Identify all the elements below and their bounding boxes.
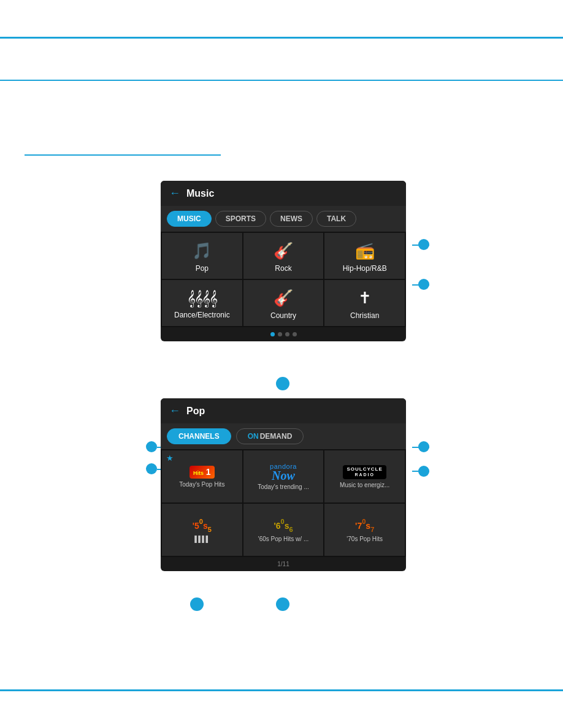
channel-grid: ★ Hits 1 Today's Pop Hits pandora Now To… <box>161 449 406 557</box>
soulcycle-logo: SOULCYCLERADIO <box>343 465 386 480</box>
hiphop-label: Hip-Hop/R&B <box>343 264 387 273</box>
country-label: Country <box>270 311 296 320</box>
connector-line-1 <box>412 245 429 246</box>
tab-music[interactable]: MUSIC <box>167 211 212 227</box>
bottom-underline <box>25 154 221 156</box>
music-screen-header: ← Music <box>161 181 406 206</box>
dance-label: Dance/Electronic <box>174 311 230 319</box>
christian-icon: ✝ <box>358 289 372 308</box>
dance-icon: 𝄞𝄞𝄞𝄞 <box>187 290 216 307</box>
channel-pandora-now[interactable]: pandora Now Today's trending ... <box>243 450 324 502</box>
tab-channels[interactable]: CHANNELS <box>167 428 231 444</box>
callout-dot-left-1 <box>146 441 157 452</box>
on-text: ON <box>248 432 259 441</box>
page-dot-1 <box>270 332 275 336</box>
70s-logo: '70s7 <box>355 518 374 533</box>
channel-50s-bars: ▌▌▌▌ <box>194 536 209 543</box>
rock-label: Rock <box>275 264 291 273</box>
pop-screen-title: Pop <box>186 406 205 417</box>
music-screen-title: Music <box>186 188 214 199</box>
pop-back-arrow-icon[interactable]: ← <box>169 404 180 417</box>
channel-60s-name: '60s Pop Hits w/ ... <box>258 536 309 543</box>
tab-sports[interactable]: SPORTS <box>215 211 266 227</box>
page-dot-3 <box>285 332 289 336</box>
50s-logo: '50s5 <box>193 518 212 533</box>
channel-pop-hits[interactable]: ★ Hits 1 Today's Pop Hits <box>162 450 242 502</box>
page-dot-4 <box>293 332 297 336</box>
music-screen: ← Music MUSIC SPORTS NEWS TALK 🎵 Pop 🎸 R… <box>161 181 406 341</box>
channel-70s[interactable]: '70s7 '70s Pop Hits <box>324 504 405 556</box>
channel-soulcycle[interactable]: SOULCYCLERADIO Music to energiz... <box>324 450 405 502</box>
pagination-label: 1/11 <box>277 561 289 567</box>
callout-dot-mid <box>276 377 289 390</box>
callout-dot-bot-1 <box>190 597 204 611</box>
page-dot-2 <box>278 332 282 336</box>
channel-50s[interactable]: '50s5 ▌▌▌▌ <box>162 504 242 556</box>
second-decorative-line <box>0 80 563 81</box>
pop-pagination: 1/11 <box>161 557 406 571</box>
channel-pandora-name: Today's trending ... <box>258 483 309 491</box>
channel-pop-hits-name: Today's Pop Hits <box>179 481 224 488</box>
tab-news[interactable]: NEWS <box>270 211 313 227</box>
genre-christian[interactable]: ✝ Christian <box>324 280 405 326</box>
pop-screen-header: ← Pop <box>161 398 406 423</box>
country-icon: 🎸 <box>274 289 293 308</box>
pop-screen: ← Pop CHANNELS ONDEMAND ★ Hits 1 Today's… <box>161 398 406 571</box>
christian-label: Christian <box>350 311 379 320</box>
channel-soulcycle-name: Music to energiz... <box>340 482 389 489</box>
top-decorative-line <box>0 37 563 39</box>
music-pagination <box>161 327 406 341</box>
connector-line-6 <box>412 471 429 472</box>
genre-pop[interactable]: 🎵 Pop <box>162 233 242 279</box>
callout-dot-left-2 <box>146 463 157 474</box>
60s-logo: '60s6 <box>274 518 293 533</box>
tab-talk[interactable]: TALK <box>316 211 356 227</box>
favorite-star-icon: ★ <box>166 453 174 463</box>
rock-icon: 🎸 <box>274 241 293 260</box>
footer-decorative-line <box>0 689 563 691</box>
pandora-logo: pandora Now <box>270 463 297 481</box>
genre-grid: 🎵 Pop 🎸 Rock 📻 Hip-Hop/R&B 𝄞𝄞𝄞𝄞 Dance/El… <box>161 232 406 327</box>
genre-hiphop[interactable]: 📻 Hip-Hop/R&B <box>324 233 405 279</box>
channel-60s[interactable]: '60s6 '60s Pop Hits w/ ... <box>243 504 324 556</box>
back-arrow-icon[interactable]: ← <box>169 187 180 200</box>
hits1-logo: Hits 1 <box>190 466 215 479</box>
callout-dot-bot-2 <box>276 597 289 611</box>
pop-icon: 🎵 <box>192 241 212 260</box>
pop-label: Pop <box>196 264 209 273</box>
genre-dance[interactable]: 𝄞𝄞𝄞𝄞 Dance/Electronic <box>162 280 242 326</box>
pandora-now-text: Now <box>272 470 295 481</box>
pop-view-tabs: CHANNELS ONDEMAND <box>161 423 406 449</box>
category-tabs: MUSIC SPORTS NEWS TALK <box>161 206 406 232</box>
genre-country[interactable]: 🎸 Country <box>243 280 324 326</box>
connector-line-2 <box>412 284 429 286</box>
hiphop-icon: 📻 <box>355 241 375 260</box>
genre-rock[interactable]: 🎸 Rock <box>243 233 324 279</box>
tab-ondemand[interactable]: ONDEMAND <box>236 428 304 444</box>
channel-70s-name: '70s Pop Hits <box>347 536 383 543</box>
connector-line-5 <box>412 447 429 448</box>
